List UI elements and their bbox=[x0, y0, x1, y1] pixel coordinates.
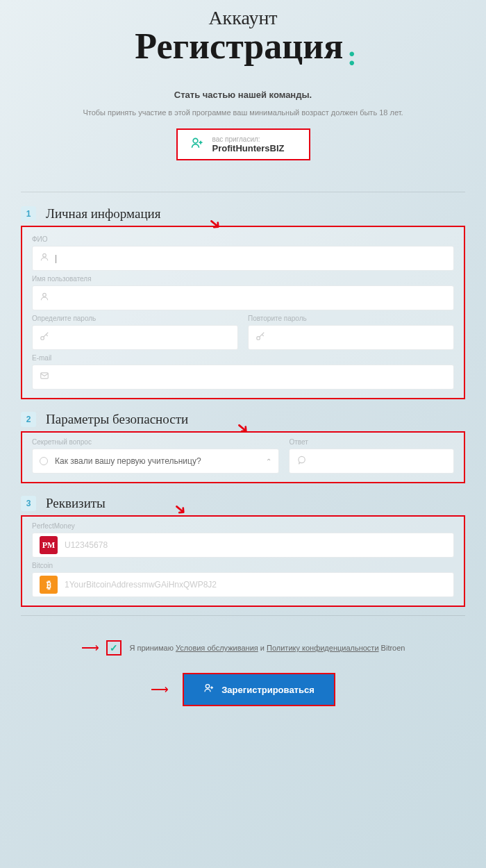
terms-checkbox[interactable]: ✓ bbox=[106, 640, 122, 656]
secret-q-label: Секретный вопрос bbox=[32, 438, 279, 446]
pm-label: PerfectMoney bbox=[32, 522, 454, 530]
key-icon bbox=[255, 331, 265, 344]
age-note: Чтобы принять участие в этой программе в… bbox=[14, 107, 472, 119]
section-header-personal: 1 Личная информация bbox=[0, 206, 486, 222]
register-button-label: Зарегистрироваться bbox=[221, 685, 315, 695]
bitcoin-input[interactable] bbox=[65, 580, 446, 590]
divider bbox=[21, 192, 465, 192]
step-number: 3 bbox=[21, 496, 36, 511]
step-number: 2 bbox=[21, 412, 36, 427]
bitcoin-icon: ₿ bbox=[40, 576, 58, 594]
svg-point-8 bbox=[206, 685, 210, 688]
invite-box: вас пригласил: ProfitHuntersBIZ bbox=[176, 128, 310, 160]
terms-row: ⟶ ✓ Я принимаю Условия обслуживания и По… bbox=[0, 640, 486, 656]
radio-icon bbox=[40, 457, 48, 465]
personal-info-form: ФИО Имя пользователя Определите пароль bbox=[21, 226, 465, 399]
password-input[interactable] bbox=[55, 333, 231, 342]
perfectmoney-icon: PM bbox=[40, 536, 58, 554]
payment-form: PerfectMoney PM Bitcoin ₿ bbox=[21, 515, 465, 607]
privacy-policy-link[interactable]: Политику конфиденциальности bbox=[267, 644, 379, 652]
user-plus-icon bbox=[203, 683, 215, 696]
user-icon bbox=[40, 292, 49, 304]
btc-label: Bitcoin bbox=[32, 562, 454, 569]
section-header-security: 2 Параметры безопасности bbox=[0, 412, 486, 427]
step-number: 1 bbox=[21, 206, 36, 222]
perfectmoney-input[interactable] bbox=[65, 540, 446, 550]
username-input[interactable] bbox=[55, 293, 446, 303]
username-label: Имя пользователя bbox=[32, 275, 454, 283]
invite-label: вас пригласил: bbox=[212, 135, 285, 143]
secret-question-select[interactable]: Как звали вашу первую учительницу? ⌃ bbox=[32, 449, 279, 474]
section-title: Параметры безопасности bbox=[46, 412, 188, 427]
chevron-up-icon: ⌃ bbox=[266, 458, 271, 465]
annotation-arrow-icon: ⟶ bbox=[81, 640, 99, 656]
password-label: Определите пароль bbox=[32, 315, 238, 322]
secret-a-label: Ответ bbox=[289, 438, 454, 446]
terms-of-service-link[interactable]: Условия обслуживания bbox=[176, 644, 258, 652]
email-input[interactable] bbox=[55, 372, 446, 382]
accent-dots-icon: : bbox=[346, 40, 351, 72]
key-icon bbox=[40, 331, 49, 344]
invite-name: ProfitHuntersBIZ bbox=[212, 143, 285, 153]
section-header-payment: 3 Реквизиты bbox=[0, 496, 486, 511]
svg-point-0 bbox=[193, 138, 198, 143]
password2-label: Повторите пароль bbox=[248, 315, 454, 322]
fio-label: ФИО bbox=[32, 235, 454, 243]
svg-point-3 bbox=[43, 254, 47, 258]
svg-point-6 bbox=[257, 337, 260, 340]
annotation-arrow-icon: ⟶ bbox=[151, 682, 169, 697]
svg-point-4 bbox=[43, 294, 47, 297]
user-icon bbox=[40, 252, 49, 265]
fio-input[interactable] bbox=[55, 253, 446, 263]
section-title: Реквизиты bbox=[46, 496, 106, 511]
password2-input[interactable] bbox=[271, 333, 446, 342]
tagline: Стать частью нашей команды. bbox=[14, 90, 472, 100]
terms-suffix: Bitroen bbox=[381, 644, 405, 652]
chat-icon bbox=[296, 455, 306, 467]
email-label: E-mail bbox=[32, 354, 454, 362]
user-plus-icon bbox=[190, 136, 204, 153]
page-header: Аккаунт Регистрация : Стать частью нашей… bbox=[0, 0, 486, 174]
divider bbox=[21, 615, 465, 616]
terms-prefix: Я принимаю bbox=[130, 644, 176, 652]
page-title: Регистрация bbox=[135, 26, 343, 67]
terms-mid: и bbox=[260, 644, 267, 652]
section-title: Личная информация bbox=[46, 206, 160, 222]
register-button[interactable]: Зарегистрироваться bbox=[183, 673, 335, 706]
secret-answer-input[interactable] bbox=[312, 456, 446, 466]
security-form: Секретный вопрос Как звали вашу первую у… bbox=[21, 431, 465, 483]
svg-point-5 bbox=[41, 337, 44, 340]
envelope-icon bbox=[40, 371, 49, 383]
secret-q-value: Как звали вашу первую учительницу? bbox=[55, 456, 201, 466]
